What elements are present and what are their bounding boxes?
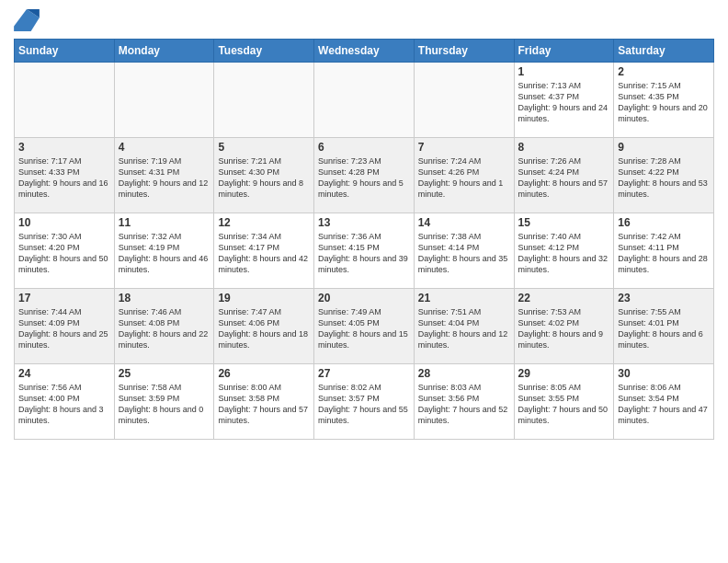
- calendar-cell: 27Sunrise: 8:02 AMSunset: 3:57 PMDayligh…: [314, 364, 415, 440]
- day-info: Sunrise: 7:44 AMSunset: 4:09 PMDaylight:…: [18, 306, 110, 351]
- day-number: 4: [119, 141, 210, 154]
- day-info: Sunrise: 7:15 AMSunset: 4:35 PMDaylight:…: [618, 80, 710, 125]
- day-info: Sunrise: 7:38 AMSunset: 4:14 PMDaylight:…: [418, 231, 510, 276]
- day-info: Sunrise: 8:05 AMSunset: 3:55 PMDaylight:…: [518, 382, 610, 427]
- week-row-2: 3Sunrise: 7:17 AMSunset: 4:33 PMDaylight…: [15, 138, 714, 213]
- calendar-container: SundayMondayTuesdayWednesdayThursdayFrid…: [0, 0, 728, 449]
- calendar-cell: 15Sunrise: 7:40 AMSunset: 4:12 PMDayligh…: [514, 213, 614, 289]
- day-info: Sunrise: 7:56 AMSunset: 4:00 PMDaylight:…: [18, 382, 110, 427]
- logo: [14, 9, 43, 31]
- calendar-cell: 26Sunrise: 8:00 AMSunset: 3:58 PMDayligh…: [214, 364, 314, 440]
- calendar-cell: 13Sunrise: 7:36 AMSunset: 4:15 PMDayligh…: [314, 213, 415, 289]
- week-row-5: 24Sunrise: 7:56 AMSunset: 4:00 PMDayligh…: [15, 364, 714, 440]
- day-info: Sunrise: 7:26 AMSunset: 4:24 PMDaylight:…: [518, 155, 610, 201]
- weekday-header-row: SundayMondayTuesdayWednesdayThursdayFrid…: [15, 40, 714, 63]
- day-number: 7: [418, 141, 510, 154]
- calendar-cell: 23Sunrise: 7:55 AMSunset: 4:01 PMDayligh…: [614, 289, 714, 364]
- calendar-cell: 7Sunrise: 7:24 AMSunset: 4:26 PMDaylight…: [414, 138, 514, 213]
- day-info: Sunrise: 7:17 AMSunset: 4:33 PMDaylight:…: [18, 155, 110, 201]
- calendar-cell: 9Sunrise: 7:28 AMSunset: 4:22 PMDaylight…: [614, 138, 714, 213]
- day-info: Sunrise: 7:42 AMSunset: 4:11 PMDaylight:…: [618, 231, 710, 276]
- day-number: 16: [618, 216, 710, 229]
- calendar-cell: 14Sunrise: 7:38 AMSunset: 4:14 PMDayligh…: [414, 213, 514, 289]
- week-row-3: 10Sunrise: 7:30 AMSunset: 4:20 PMDayligh…: [15, 213, 714, 289]
- day-number: 23: [618, 292, 710, 304]
- day-info: Sunrise: 7:34 AMSunset: 4:17 PMDaylight:…: [218, 231, 310, 276]
- day-number: 18: [119, 292, 210, 304]
- day-info: Sunrise: 8:03 AMSunset: 3:56 PMDaylight:…: [418, 382, 510, 427]
- day-info: Sunrise: 7:23 AMSunset: 4:28 PMDaylight:…: [318, 155, 410, 201]
- day-info: Sunrise: 7:46 AMSunset: 4:08 PMDaylight:…: [119, 306, 210, 351]
- calendar-cell: 2Sunrise: 7:15 AMSunset: 4:35 PMDaylight…: [614, 63, 714, 138]
- day-number: 21: [418, 292, 510, 304]
- calendar-cell: 20Sunrise: 7:49 AMSunset: 4:05 PMDayligh…: [314, 289, 415, 364]
- day-number: 10: [18, 216, 110, 229]
- logo-icon: [14, 9, 40, 31]
- calendar-table: SundayMondayTuesdayWednesdayThursdayFrid…: [14, 39, 714, 440]
- weekday-header-friday: Friday: [514, 40, 614, 63]
- calendar-cell: [114, 63, 214, 138]
- calendar-cell: 3Sunrise: 7:17 AMSunset: 4:33 PMDaylight…: [15, 138, 115, 213]
- day-number: 30: [618, 367, 710, 380]
- calendar-cell: [314, 63, 415, 138]
- weekday-header-tuesday: Tuesday: [214, 40, 314, 63]
- day-info: Sunrise: 7:21 AMSunset: 4:30 PMDaylight:…: [218, 155, 310, 201]
- day-info: Sunrise: 7:51 AMSunset: 4:04 PMDaylight:…: [418, 306, 510, 351]
- weekday-header-saturday: Saturday: [614, 40, 714, 63]
- week-row-4: 17Sunrise: 7:44 AMSunset: 4:09 PMDayligh…: [15, 289, 714, 364]
- calendar-cell: 22Sunrise: 7:53 AMSunset: 4:02 PMDayligh…: [514, 289, 614, 364]
- day-number: 15: [518, 216, 610, 229]
- calendar-cell: 10Sunrise: 7:30 AMSunset: 4:20 PMDayligh…: [15, 213, 115, 289]
- calendar-cell: [15, 63, 115, 138]
- calendar-cell: 17Sunrise: 7:44 AMSunset: 4:09 PMDayligh…: [15, 289, 115, 364]
- day-info: Sunrise: 7:40 AMSunset: 4:12 PMDaylight:…: [518, 231, 610, 276]
- calendar-cell: 6Sunrise: 7:23 AMSunset: 4:28 PMDaylight…: [314, 138, 415, 213]
- day-number: 17: [18, 292, 110, 304]
- day-info: Sunrise: 7:49 AMSunset: 4:05 PMDaylight:…: [318, 306, 410, 351]
- day-info: Sunrise: 7:58 AMSunset: 3:59 PMDaylight:…: [119, 382, 210, 427]
- calendar-header: [14, 9, 714, 31]
- day-number: 25: [119, 367, 210, 380]
- calendar-cell: [214, 63, 314, 138]
- day-info: Sunrise: 7:36 AMSunset: 4:15 PMDaylight:…: [318, 231, 410, 276]
- day-number: 3: [18, 141, 110, 154]
- day-info: Sunrise: 7:24 AMSunset: 4:26 PMDaylight:…: [418, 155, 510, 201]
- calendar-cell: 8Sunrise: 7:26 AMSunset: 4:24 PMDaylight…: [514, 138, 614, 213]
- day-number: 6: [318, 141, 410, 154]
- calendar-cell: 12Sunrise: 7:34 AMSunset: 4:17 PMDayligh…: [214, 213, 314, 289]
- calendar-cell: 1Sunrise: 7:13 AMSunset: 4:37 PMDaylight…: [514, 63, 614, 138]
- calendar-cell: 5Sunrise: 7:21 AMSunset: 4:30 PMDaylight…: [214, 138, 314, 213]
- calendar-cell: 24Sunrise: 7:56 AMSunset: 4:00 PMDayligh…: [15, 364, 115, 440]
- calendar-cell: 11Sunrise: 7:32 AMSunset: 4:19 PMDayligh…: [114, 213, 214, 289]
- day-number: 2: [618, 65, 710, 78]
- day-number: 22: [518, 292, 610, 304]
- day-number: 28: [418, 367, 510, 380]
- day-info: Sunrise: 7:19 AMSunset: 4:31 PMDaylight:…: [119, 155, 210, 201]
- day-number: 20: [318, 292, 410, 304]
- day-number: 5: [218, 141, 310, 154]
- day-info: Sunrise: 7:13 AMSunset: 4:37 PMDaylight:…: [518, 80, 610, 125]
- day-info: Sunrise: 8:02 AMSunset: 3:57 PMDaylight:…: [318, 382, 410, 427]
- calendar-cell: 25Sunrise: 7:58 AMSunset: 3:59 PMDayligh…: [114, 364, 214, 440]
- calendar-cell: 28Sunrise: 8:03 AMSunset: 3:56 PMDayligh…: [414, 364, 514, 440]
- day-info: Sunrise: 7:32 AMSunset: 4:19 PMDaylight:…: [119, 231, 210, 276]
- week-row-1: 1Sunrise: 7:13 AMSunset: 4:37 PMDaylight…: [15, 63, 714, 138]
- day-info: Sunrise: 8:00 AMSunset: 3:58 PMDaylight:…: [218, 382, 310, 427]
- day-info: Sunrise: 7:55 AMSunset: 4:01 PMDaylight:…: [618, 306, 710, 351]
- weekday-header-wednesday: Wednesday: [314, 40, 415, 63]
- calendar-cell: 16Sunrise: 7:42 AMSunset: 4:11 PMDayligh…: [614, 213, 714, 289]
- calendar-cell: 29Sunrise: 8:05 AMSunset: 3:55 PMDayligh…: [514, 364, 614, 440]
- day-number: 11: [119, 216, 210, 229]
- day-number: 24: [18, 367, 110, 380]
- day-info: Sunrise: 7:28 AMSunset: 4:22 PMDaylight:…: [618, 155, 710, 201]
- day-number: 19: [218, 292, 310, 304]
- calendar-cell: 18Sunrise: 7:46 AMSunset: 4:08 PMDayligh…: [114, 289, 214, 364]
- calendar-cell: [414, 63, 514, 138]
- day-number: 9: [618, 141, 710, 154]
- day-number: 29: [518, 367, 610, 380]
- calendar-cell: 30Sunrise: 8:06 AMSunset: 3:54 PMDayligh…: [614, 364, 714, 440]
- day-number: 8: [518, 141, 610, 154]
- day-info: Sunrise: 7:30 AMSunset: 4:20 PMDaylight:…: [18, 231, 110, 276]
- day-number: 26: [218, 367, 310, 380]
- day-number: 1: [518, 65, 610, 78]
